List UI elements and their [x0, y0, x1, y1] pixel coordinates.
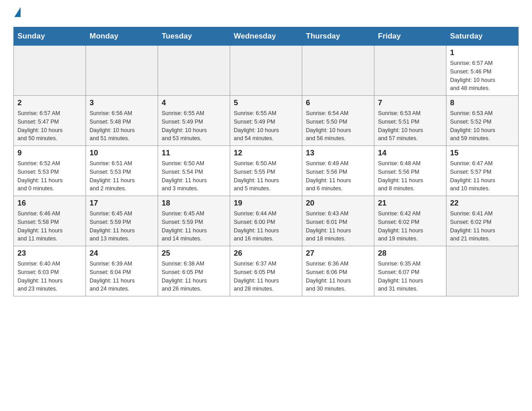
- day-number: 28: [378, 249, 442, 258]
- day-number: 8: [450, 98, 515, 107]
- day-info: Sunrise: 6:43 AM Sunset: 6:01 PM Dayligh…: [306, 210, 370, 243]
- day-number: 20: [306, 199, 370, 208]
- weekday-header-wednesday: Wednesday: [230, 27, 302, 46]
- day-number: 23: [17, 249, 82, 258]
- day-info: Sunrise: 6:45 AM Sunset: 5:59 PM Dayligh…: [162, 210, 226, 243]
- day-info: Sunrise: 6:53 AM Sunset: 5:51 PM Dayligh…: [378, 109, 442, 143]
- day-number: 1: [450, 48, 515, 57]
- day-number: 16: [17, 199, 82, 208]
- day-number: 25: [162, 249, 226, 258]
- day-info: Sunrise: 6:38 AM Sunset: 6:05 PM Dayligh…: [162, 260, 226, 293]
- day-info: Sunrise: 6:53 AM Sunset: 5:52 PM Dayligh…: [450, 109, 515, 143]
- calendar-cell: 4Sunrise: 6:55 AM Sunset: 5:49 PM Daylig…: [158, 96, 230, 146]
- day-number: 19: [234, 199, 298, 208]
- day-info: Sunrise: 6:55 AM Sunset: 5:49 PM Dayligh…: [162, 109, 226, 143]
- calendar-cell: 16Sunrise: 6:46 AM Sunset: 5:58 PM Dayli…: [14, 196, 86, 246]
- day-info: Sunrise: 6:35 AM Sunset: 6:07 PM Dayligh…: [378, 260, 442, 293]
- day-info: Sunrise: 6:57 AM Sunset: 5:46 PM Dayligh…: [450, 59, 515, 93]
- day-number: 14: [378, 149, 442, 158]
- day-info: Sunrise: 6:39 AM Sunset: 6:04 PM Dayligh…: [90, 260, 154, 293]
- day-info: Sunrise: 6:40 AM Sunset: 6:03 PM Dayligh…: [17, 260, 82, 293]
- logo: [13, 9, 21, 18]
- day-info: Sunrise: 6:42 AM Sunset: 6:02 PM Dayligh…: [378, 210, 442, 243]
- day-info: Sunrise: 6:51 AM Sunset: 5:53 PM Dayligh…: [90, 159, 154, 193]
- weekday-header-row: SundayMondayTuesdayWednesdayThursdayFrid…: [14, 27, 519, 46]
- day-number: 15: [450, 149, 515, 158]
- calendar-cell: [158, 46, 230, 96]
- day-number: 5: [234, 98, 298, 107]
- weekday-header-thursday: Thursday: [302, 27, 374, 46]
- day-info: Sunrise: 6:49 AM Sunset: 5:56 PM Dayligh…: [306, 159, 370, 193]
- weekday-header-tuesday: Tuesday: [158, 27, 230, 46]
- calendar-cell: 24Sunrise: 6:39 AM Sunset: 6:04 PM Dayli…: [86, 246, 158, 296]
- day-info: Sunrise: 6:55 AM Sunset: 5:49 PM Dayligh…: [234, 109, 298, 143]
- day-info: Sunrise: 6:44 AM Sunset: 6:00 PM Dayligh…: [234, 210, 298, 243]
- calendar-cell: 14Sunrise: 6:48 AM Sunset: 5:56 PM Dayli…: [374, 146, 446, 196]
- day-number: 26: [234, 249, 298, 258]
- calendar-cell: 25Sunrise: 6:38 AM Sunset: 6:05 PM Dayli…: [158, 246, 230, 296]
- calendar-cell: 13Sunrise: 6:49 AM Sunset: 5:56 PM Dayli…: [302, 146, 374, 196]
- calendar-cell: [374, 46, 446, 96]
- day-info: Sunrise: 6:36 AM Sunset: 6:06 PM Dayligh…: [306, 260, 370, 293]
- day-number: 11: [162, 149, 226, 158]
- calendar-cell: 19Sunrise: 6:44 AM Sunset: 6:00 PM Dayli…: [230, 196, 302, 246]
- calendar-cell: 9Sunrise: 6:52 AM Sunset: 5:53 PM Daylig…: [14, 146, 86, 196]
- calendar-week-row: 23Sunrise: 6:40 AM Sunset: 6:03 PM Dayli…: [14, 246, 519, 296]
- day-number: 10: [90, 149, 154, 158]
- day-info: Sunrise: 6:41 AM Sunset: 6:02 PM Dayligh…: [450, 210, 515, 243]
- calendar-cell: 15Sunrise: 6:47 AM Sunset: 5:57 PM Dayli…: [446, 146, 519, 196]
- calendar-cell: 6Sunrise: 6:54 AM Sunset: 5:50 PM Daylig…: [302, 96, 374, 146]
- calendar-cell: [14, 46, 86, 96]
- day-info: Sunrise: 6:52 AM Sunset: 5:53 PM Dayligh…: [17, 159, 82, 193]
- calendar-cell: 27Sunrise: 6:36 AM Sunset: 6:06 PM Dayli…: [302, 246, 374, 296]
- day-info: Sunrise: 6:50 AM Sunset: 5:54 PM Dayligh…: [162, 159, 226, 193]
- calendar-table: SundayMondayTuesdayWednesdayThursdayFrid…: [13, 27, 519, 296]
- calendar-week-row: 1Sunrise: 6:57 AM Sunset: 5:46 PM Daylig…: [14, 46, 519, 96]
- calendar-cell: 5Sunrise: 6:55 AM Sunset: 5:49 PM Daylig…: [230, 96, 302, 146]
- weekday-header-sunday: Sunday: [14, 27, 86, 46]
- day-info: Sunrise: 6:56 AM Sunset: 5:48 PM Dayligh…: [90, 109, 154, 143]
- calendar-cell: 23Sunrise: 6:40 AM Sunset: 6:03 PM Dayli…: [14, 246, 86, 296]
- calendar-cell: 17Sunrise: 6:45 AM Sunset: 5:59 PM Dayli…: [86, 196, 158, 246]
- calendar-cell: 28Sunrise: 6:35 AM Sunset: 6:07 PM Dayli…: [374, 246, 446, 296]
- day-number: 2: [17, 98, 82, 107]
- calendar-cell: 1Sunrise: 6:57 AM Sunset: 5:46 PM Daylig…: [446, 46, 519, 96]
- day-number: 22: [450, 199, 515, 208]
- calendar-cell: [302, 46, 374, 96]
- day-number: 3: [90, 98, 154, 107]
- calendar-body: 1Sunrise: 6:57 AM Sunset: 5:46 PM Daylig…: [14, 46, 519, 296]
- calendar-cell: 12Sunrise: 6:50 AM Sunset: 5:55 PM Dayli…: [230, 146, 302, 196]
- calendar-cell: 8Sunrise: 6:53 AM Sunset: 5:52 PM Daylig…: [446, 96, 519, 146]
- day-info: Sunrise: 6:37 AM Sunset: 6:05 PM Dayligh…: [234, 260, 298, 293]
- calendar-cell: [446, 246, 519, 296]
- day-number: 27: [306, 249, 370, 258]
- weekday-header-saturday: Saturday: [446, 27, 519, 46]
- day-number: 6: [306, 98, 370, 107]
- calendar-week-row: 16Sunrise: 6:46 AM Sunset: 5:58 PM Dayli…: [14, 196, 519, 246]
- day-info: Sunrise: 6:54 AM Sunset: 5:50 PM Dayligh…: [306, 109, 370, 143]
- calendar-cell: 3Sunrise: 6:56 AM Sunset: 5:48 PM Daylig…: [86, 96, 158, 146]
- calendar-cell: 20Sunrise: 6:43 AM Sunset: 6:01 PM Dayli…: [302, 196, 374, 246]
- calendar-cell: 18Sunrise: 6:45 AM Sunset: 5:59 PM Dayli…: [158, 196, 230, 246]
- calendar-cell: 11Sunrise: 6:50 AM Sunset: 5:54 PM Dayli…: [158, 146, 230, 196]
- day-number: 4: [162, 98, 226, 107]
- day-info: Sunrise: 6:48 AM Sunset: 5:56 PM Dayligh…: [378, 159, 442, 193]
- calendar-cell: 10Sunrise: 6:51 AM Sunset: 5:53 PM Dayli…: [86, 146, 158, 196]
- weekday-header-friday: Friday: [374, 27, 446, 46]
- calendar-cell: 2Sunrise: 6:57 AM Sunset: 5:47 PM Daylig…: [14, 96, 86, 146]
- day-number: 24: [90, 249, 154, 258]
- calendar-week-row: 2Sunrise: 6:57 AM Sunset: 5:47 PM Daylig…: [14, 96, 519, 146]
- day-number: 21: [378, 199, 442, 208]
- weekday-header-monday: Monday: [86, 27, 158, 46]
- calendar-week-row: 9Sunrise: 6:52 AM Sunset: 5:53 PM Daylig…: [14, 146, 519, 196]
- day-number: 12: [234, 149, 298, 158]
- day-info: Sunrise: 6:45 AM Sunset: 5:59 PM Dayligh…: [90, 210, 154, 243]
- day-number: 7: [378, 98, 442, 107]
- calendar-cell: [86, 46, 158, 96]
- day-number: 18: [162, 199, 226, 208]
- day-info: Sunrise: 6:47 AM Sunset: 5:57 PM Dayligh…: [450, 159, 515, 193]
- page-header: [13, 9, 519, 18]
- calendar-cell: 22Sunrise: 6:41 AM Sunset: 6:02 PM Dayli…: [446, 196, 519, 246]
- logo-triangle-icon: [14, 7, 21, 17]
- calendar-cell: 7Sunrise: 6:53 AM Sunset: 5:51 PM Daylig…: [374, 96, 446, 146]
